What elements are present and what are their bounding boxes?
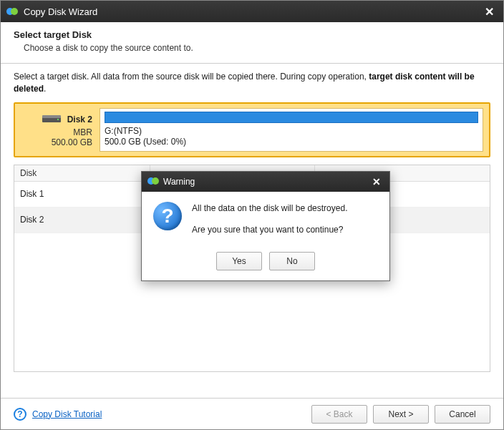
instruction-pre: Select a target disk. All data from the … (14, 72, 369, 82)
selected-disk-scheme: MBR (73, 127, 92, 137)
help-link[interactable]: Copy Disk Tutorial (32, 409, 102, 419)
row-disk-name: Disk 1 (14, 186, 150, 202)
dialog-title: Warning (163, 177, 369, 187)
selected-disk-name: Disk 2 (67, 114, 92, 124)
svg-point-6 (152, 177, 159, 185)
partition-label: G:(NTFS) (105, 126, 478, 137)
titlebar: Copy Disk Wizard ✕ (1, 1, 503, 22)
row-disk-name: Disk 2 (14, 212, 150, 228)
wizard-header: Select target Disk Choose a disk to copy… (1, 22, 503, 64)
selected-disk-summary: Disk 2 MBR 500.00 GB (21, 108, 100, 152)
svg-point-4 (57, 119, 59, 120)
dialog-line2: Are you sure that you want to continue? (192, 223, 347, 236)
window-title: Copy Disk Wizard (24, 6, 480, 17)
dialog-text: All the data on the disk will be destroy… (192, 202, 347, 245)
help-area: ? Copy Disk Tutorial (14, 408, 102, 421)
selected-disk-details: G:(NTFS) 500.0 GB (Used: 0%) (100, 108, 483, 152)
col-header-disk[interactable]: Disk (14, 165, 150, 181)
page-subtitle: Choose a disk to copy the source content… (24, 43, 490, 53)
partition-usage-bar (105, 112, 478, 123)
next-button[interactable]: Next > (373, 405, 429, 424)
selected-disk-capacity: 500.00 GB (52, 137, 92, 147)
svg-rect-3 (42, 115, 61, 118)
cancel-button[interactable]: Cancel (435, 405, 490, 424)
instruction-text: Select a target disk. All data from the … (14, 71, 490, 95)
yes-button[interactable]: Yes (216, 252, 262, 270)
app-icon (147, 175, 159, 189)
partition-usage-text: 500.0 GB (Used: 0%) (105, 137, 478, 148)
hdd-icon (42, 112, 62, 127)
dialog-titlebar[interactable]: Warning ✕ (142, 172, 389, 192)
question-icon: ? (153, 202, 182, 230)
no-button[interactable]: No (269, 252, 315, 270)
help-icon[interactable]: ? (14, 408, 26, 421)
warning-dialog: Warning ✕ ? All the data on the disk wil… (141, 171, 390, 281)
back-button[interactable]: < Back (311, 405, 367, 424)
selected-disk-card[interactable]: Disk 2 MBR 500.00 GB G:(NTFS) 500.0 GB (… (14, 102, 490, 157)
dialog-buttons: Yes No (142, 252, 389, 280)
svg-point-1 (11, 8, 18, 15)
page-title: Select target Disk (14, 29, 490, 40)
dialog-close-icon[interactable]: ✕ (369, 175, 384, 189)
dialog-line1: All the data on the disk will be destroy… (192, 202, 347, 215)
wizard-footer: ? Copy Disk Tutorial < Back Next > Cance… (1, 398, 503, 429)
instruction-post: . (44, 84, 46, 94)
dialog-body: ? All the data on the disk will be destr… (142, 192, 389, 252)
close-icon[interactable]: ✕ (480, 3, 498, 20)
app-icon (6, 6, 18, 17)
